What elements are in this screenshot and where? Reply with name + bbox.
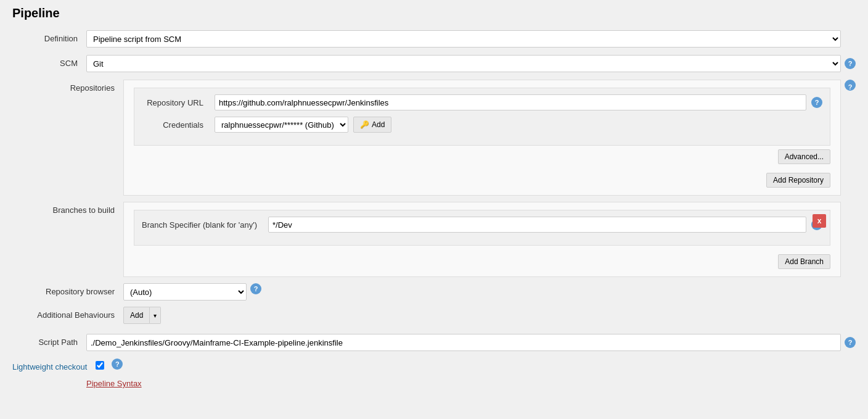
branch-specifier-input[interactable] bbox=[268, 217, 806, 233]
definition-row: Definition Pipeline script from SCM bbox=[12, 30, 856, 48]
definition-wrap: Pipeline script from SCM bbox=[86, 30, 856, 48]
advanced-button[interactable]: Advanced... bbox=[778, 149, 830, 164]
add-branch-btn-wrap: Add Branch bbox=[134, 249, 830, 269]
pipeline-form: Definition Pipeline script from SCM SCM … bbox=[12, 30, 856, 388]
branch-specifier-row: Branch Specifier (blank for 'any') ? bbox=[142, 217, 822, 233]
branch-inner: x Branch Specifier (blank for 'any') ? bbox=[134, 210, 830, 246]
branch-specifier-label: Branch Specifier (blank for 'any') bbox=[142, 220, 263, 230]
lightweight-checkout-label: Lightweight checkout bbox=[12, 359, 96, 371]
credentials-label: Credentials bbox=[142, 120, 210, 130]
add-repo-btn-wrap: Add Repository bbox=[134, 173, 830, 188]
scm-help-icon[interactable]: ? bbox=[845, 58, 856, 69]
repo-browser-help-icon[interactable]: ? bbox=[250, 283, 261, 294]
script-path-label: Script Path bbox=[12, 334, 86, 347]
credentials-select[interactable]: ralphnuessecpwr/****** (Github) bbox=[215, 117, 348, 133]
branches-block: x Branch Specifier (blank for 'any') ? A… bbox=[123, 202, 841, 277]
repo-url-input[interactable] bbox=[215, 94, 806, 110]
add-repository-button[interactable]: Add Repository bbox=[766, 173, 830, 188]
definition-label: Definition bbox=[12, 30, 86, 43]
scm-label: SCM bbox=[12, 55, 86, 68]
pipeline-syntax-link[interactable]: Pipeline Syntax bbox=[86, 379, 142, 388]
key-icon: 🔑 bbox=[360, 120, 369, 129]
repo-browser-select[interactable]: (Auto) bbox=[123, 283, 247, 301]
branches-content: x Branch Specifier (blank for 'any') ? A… bbox=[123, 202, 856, 277]
remove-branch-button[interactable]: x bbox=[813, 214, 826, 228]
add-behaviour-dropdown-arrow[interactable]: ▾ bbox=[150, 307, 161, 324]
repositories-label: Repositories bbox=[12, 80, 123, 93]
add-credentials-button[interactable]: 🔑 Add bbox=[353, 117, 391, 133]
pipeline-syntax-row: Pipeline Syntax bbox=[12, 379, 856, 388]
lightweight-checkout-row: Lightweight checkout ? bbox=[12, 359, 856, 371]
scm-wrap: Git ? bbox=[86, 55, 856, 72]
branches-label: Branches to build bbox=[12, 202, 123, 215]
lightweight-checkout-checkbox[interactable] bbox=[96, 361, 104, 370]
additional-behaviours-row: Additional Behaviours Add ▾ bbox=[12, 307, 856, 324]
add-branch-button[interactable]: Add Branch bbox=[778, 254, 830, 269]
lightweight-checkbox-wrap bbox=[96, 359, 104, 370]
lightweight-checkout-wrap: ? bbox=[96, 359, 856, 370]
repo-browser-section: (Auto) ? bbox=[123, 283, 856, 301]
scm-row: SCM Git ? bbox=[12, 55, 856, 72]
additional-behaviours-content: Add ▾ bbox=[123, 307, 856, 324]
repo-url-help-icon[interactable]: ? bbox=[811, 97, 822, 108]
branches-section: x Branch Specifier (blank for 'any') ? A… bbox=[123, 202, 856, 277]
branches-row: Branches to build x Branch Specifier (bl… bbox=[12, 202, 856, 277]
page-title: Pipeline bbox=[12, 6, 856, 20]
pipeline-syntax-wrap: Pipeline Syntax bbox=[86, 379, 856, 388]
pipeline-syntax-spacer bbox=[12, 379, 86, 383]
repo-url-row: Repository URL ? bbox=[142, 94, 822, 110]
repositories-block: Repository URL ? Credentials ralphnuesse… bbox=[123, 80, 841, 196]
repo-browser-row: Repository browser (Auto) ? bbox=[12, 283, 856, 301]
script-path-wrap: ? bbox=[86, 334, 856, 351]
definition-select[interactable]: Pipeline script from SCM bbox=[86, 30, 841, 48]
script-path-help-icon[interactable]: ? bbox=[845, 337, 856, 348]
repo-inner: Repository URL ? Credentials ralphnuesse… bbox=[134, 88, 830, 146]
add-behaviour-button[interactable]: Add bbox=[123, 307, 150, 324]
lightweight-checkout-help-icon[interactable]: ? bbox=[112, 359, 123, 370]
repositories-section: Repository URL ? Credentials ralphnuesse… bbox=[123, 80, 856, 196]
repositories-help-icon[interactable]: ? bbox=[845, 80, 856, 91]
script-path-input[interactable] bbox=[86, 334, 841, 351]
repo-browser-label: Repository browser bbox=[12, 283, 123, 296]
credentials-row: Credentials ralphnuessecpwr/****** (Gith… bbox=[142, 117, 822, 133]
add-credentials-label: Add bbox=[372, 120, 385, 129]
repo-url-label: Repository URL bbox=[142, 98, 210, 107]
repositories-content: Repository URL ? Credentials ralphnuesse… bbox=[123, 80, 856, 196]
repositories-row: Repositories Repository URL ? Credential… bbox=[12, 80, 856, 196]
advanced-btn-wrap: Advanced... bbox=[134, 149, 830, 169]
repo-browser-content: (Auto) ? bbox=[123, 283, 856, 301]
script-path-row: Script Path ? bbox=[12, 334, 856, 351]
scm-select[interactable]: Git bbox=[86, 55, 841, 72]
additional-behaviours-label: Additional Behaviours bbox=[12, 307, 123, 320]
